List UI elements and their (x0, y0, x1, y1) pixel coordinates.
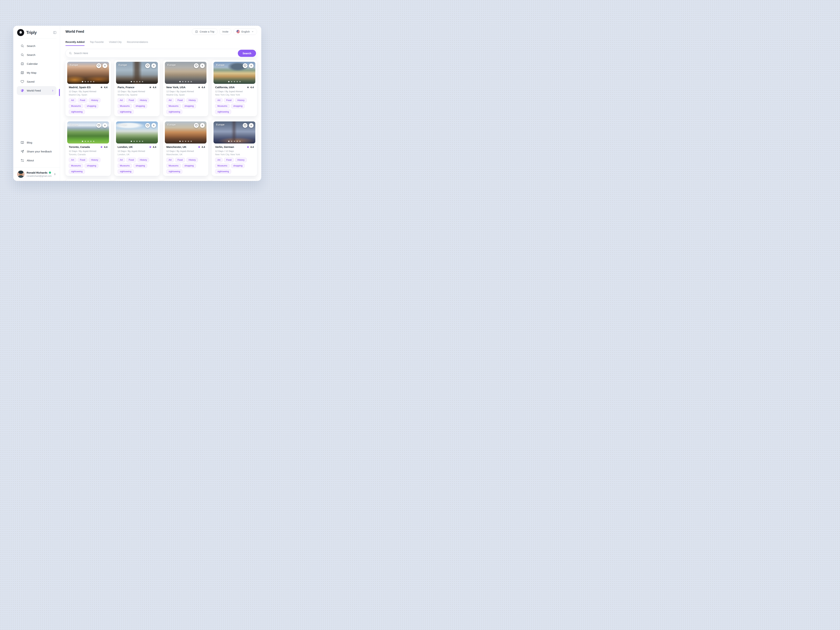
destination-card[interactable]: Europe Madrid, Spain ES 4.4 12 Days/By J… (65, 60, 111, 116)
add-to-trip-button[interactable] (249, 123, 254, 128)
sidebar-item-about[interactable]: About (17, 156, 56, 165)
favorite-button[interactable] (96, 123, 101, 128)
add-to-trip-button[interactable] (200, 123, 205, 128)
carousel-dot[interactable] (82, 81, 83, 82)
carousel-dot[interactable] (139, 141, 141, 142)
carousel-dot[interactable] (185, 81, 186, 82)
destination-card[interactable]: Europe (163, 179, 208, 181)
send-icon (21, 150, 24, 153)
invite-button[interactable]: Invite (219, 28, 232, 35)
create-trip-button[interactable]: Create a Trip (192, 28, 218, 35)
carousel-dot[interactable] (93, 81, 94, 82)
favorite-button[interactable] (145, 63, 150, 68)
add-to-trip-button[interactable] (103, 123, 107, 128)
sidebar-item-world-feed[interactable]: World Feed (17, 86, 56, 95)
carousel-dot[interactable] (139, 81, 141, 82)
carousel-dot[interactable] (85, 141, 86, 142)
favorite-button[interactable] (194, 63, 199, 68)
add-to-trip-button[interactable] (249, 63, 254, 68)
destination-card[interactable]: Europe California, USA 4.4 12 Days/By Ju… (212, 60, 257, 116)
sidebar-item-search[interactable]: Search (17, 51, 56, 59)
destination-card[interactable]: Europe London, UK 4.4 12 Days/By Juyed A… (114, 120, 159, 176)
chevrons-up-down-icon[interactable] (54, 173, 56, 176)
carousel-dot[interactable] (85, 81, 86, 82)
carousel-dot[interactable] (179, 141, 181, 142)
carousel-dot[interactable] (136, 141, 137, 142)
carousel-dot[interactable] (234, 81, 235, 82)
carousel-dot[interactable] (93, 141, 94, 142)
search-input[interactable] (74, 52, 236, 55)
search-button[interactable]: Search (238, 50, 256, 57)
carousel-dot[interactable] (90, 81, 92, 82)
destination-card[interactable]: Europe (65, 179, 111, 181)
sidebar-item-my-map[interactable]: My Map (17, 68, 56, 77)
card-meta: 12 Days/By Juyed Ahmed (166, 90, 205, 93)
carousel-dot[interactable] (87, 141, 89, 142)
tag-pill: sightseeing (118, 109, 134, 114)
tag-pill: shopping (231, 104, 245, 108)
favorite-button[interactable] (145, 123, 150, 128)
carousel-dot[interactable] (142, 141, 143, 142)
carousel-dot[interactable] (90, 141, 92, 142)
carousel-dot[interactable] (82, 141, 83, 142)
carousel-dot[interactable] (185, 141, 186, 142)
carousel-dot[interactable] (179, 81, 181, 82)
carousel-dot[interactable] (131, 141, 132, 142)
carousel-dot[interactable] (231, 81, 232, 82)
destination-card[interactable]: Europe (212, 179, 257, 181)
sidebar-item-saved[interactable]: Saved (17, 77, 56, 86)
tag-pill: shopping (85, 104, 98, 108)
destination-card[interactable]: Europe (114, 179, 159, 181)
favorite-button[interactable] (243, 63, 248, 68)
heart-icon (244, 65, 246, 67)
tab-top-favorite[interactable]: Top Favorite (90, 41, 104, 46)
carousel-dot[interactable] (188, 141, 189, 142)
carousel-dot[interactable] (182, 141, 183, 142)
carousel-dot[interactable] (136, 81, 137, 82)
sidebar-item-share-your-feedback[interactable]: Share your feedback (17, 147, 56, 156)
add-to-trip-button[interactable] (103, 63, 107, 68)
tab-recently-added[interactable]: Recently Added (65, 41, 85, 46)
destination-card[interactable]: Europe Paris, France 4.4 12 Days/By Juye… (114, 60, 159, 116)
carousel-dot[interactable] (237, 141, 238, 142)
card-photo: Europe (213, 62, 255, 84)
carousel-dot[interactable] (239, 81, 241, 82)
carousel-dot[interactable] (87, 81, 89, 82)
favorite-button[interactable] (194, 123, 199, 128)
favorite-button[interactable] (243, 123, 248, 128)
card-tags: ArtFoodHistoryMuseumsshoppingsightseeing (69, 98, 107, 114)
sidebar-item-calendar[interactable]: Calendar (17, 59, 56, 68)
carousel-dot[interactable] (239, 141, 241, 142)
carousel-dot[interactable] (134, 141, 135, 142)
tab-visited-city[interactable]: Visited City (109, 41, 122, 46)
add-to-trip-button[interactable] (200, 63, 205, 68)
carousel-dot[interactable] (134, 81, 135, 82)
destination-card[interactable]: Europe Toronto, Canada 4.4 12 Days/By Ju… (65, 120, 111, 176)
sidebar-item-blog[interactable]: Blog (17, 138, 56, 147)
destination-card[interactable]: Europe Verlin, German 4.4 12 Days/12 Day… (212, 120, 257, 176)
carousel-dot[interactable] (228, 141, 229, 142)
destination-card[interactable]: Europe Manchester, UK 4.4 12 Days/By Juy… (163, 120, 208, 176)
add-to-trip-button[interactable] (152, 63, 156, 68)
destination-card[interactable]: Europe New York, USA 4.4 12 Days/By Juye… (163, 60, 208, 116)
carousel-dot[interactable] (237, 81, 238, 82)
language-selector[interactable]: English (233, 28, 257, 35)
rating-value: 4.4 (202, 86, 205, 89)
carousel-dot[interactable] (142, 81, 143, 82)
collapse-sidebar-icon[interactable] (53, 31, 57, 35)
add-to-trip-button[interactable] (152, 123, 156, 128)
carousel-dot[interactable] (188, 81, 189, 82)
tab-recommendations[interactable]: Recommendations (127, 41, 148, 46)
carousel-dot[interactable] (234, 141, 235, 142)
carousel-dot[interactable] (228, 81, 229, 82)
favorite-button[interactable] (96, 63, 101, 68)
carousel-dot[interactable] (131, 81, 132, 82)
profile-menu[interactable]: Ronald Richards ronaldrichard@gmail.com (13, 167, 60, 181)
plus-icon (104, 65, 106, 67)
carousel-dot[interactable] (191, 81, 192, 82)
carousel-dot[interactable] (191, 141, 192, 142)
sidebar-item-search[interactable]: Search (17, 41, 56, 51)
carousel-dot[interactable] (182, 81, 183, 82)
carousel-dot[interactable] (231, 141, 232, 142)
card-body: California, USA 4.4 12 Days/By Juyed Ahm… (213, 84, 255, 114)
